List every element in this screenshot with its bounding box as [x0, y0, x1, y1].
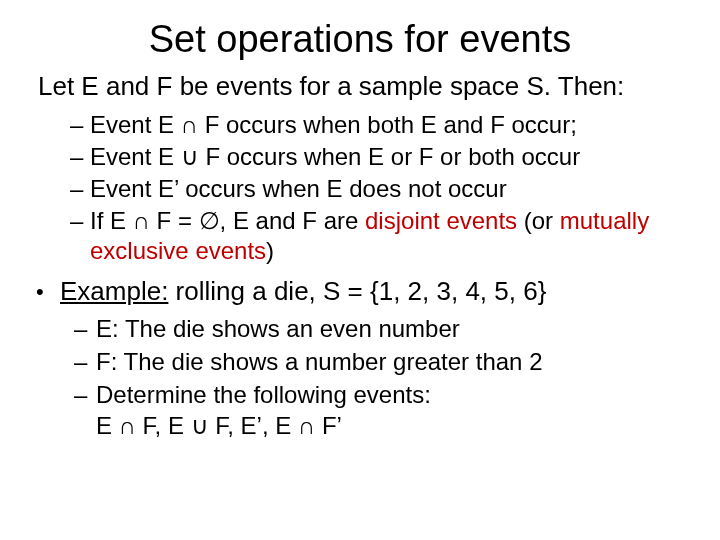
slide: Set operations for events Let E and F be… [0, 0, 720, 540]
sub-determine-line2: E ∩ F, E ∪ F, E’, E ∩ F’ [96, 412, 342, 439]
example-row: • Example: rolling a die, S = {1, 2, 3, … [36, 276, 684, 307]
example-text: rolling a die, S = {1, 2, 3, 4, 5, 6} [168, 276, 546, 306]
bullet-intersection: Event E ∩ F occurs when both E and F occ… [70, 110, 684, 140]
sub-f: F: The die shows a number greater than 2 [74, 346, 684, 377]
slide-title: Set operations for events [36, 18, 684, 61]
bullet-complement: Event E’ occurs when E does not occur [70, 174, 684, 204]
disjoint-prefix: If E ∩ F = ∅, E and F are [90, 207, 365, 234]
sub-determine: Determine the following events: E ∩ F, E… [74, 379, 684, 441]
bullet-union: Event E ∪ F occurs when E or F or both o… [70, 142, 684, 172]
example-sublist: E: The die shows an even number F: The d… [74, 313, 684, 442]
intro-text: Let E and F be events for a sample space… [38, 71, 684, 102]
disjoint-term1: disjoint events [365, 207, 517, 234]
definition-list: Event E ∩ F occurs when both E and F occ… [70, 110, 684, 266]
example-label: Example: [60, 276, 168, 306]
bullet-disc-icon: • [36, 281, 44, 303]
bullet-disjoint: If E ∩ F = ∅, E and F are disjoint event… [70, 206, 684, 266]
sub-determine-line1: Determine the following events: [96, 381, 431, 408]
example-section: • Example: rolling a die, S = {1, 2, 3, … [36, 276, 684, 307]
disjoint-suffix: ) [266, 237, 274, 264]
sub-e: E: The die shows an even number [74, 313, 684, 344]
disjoint-mid: (or [517, 207, 560, 234]
